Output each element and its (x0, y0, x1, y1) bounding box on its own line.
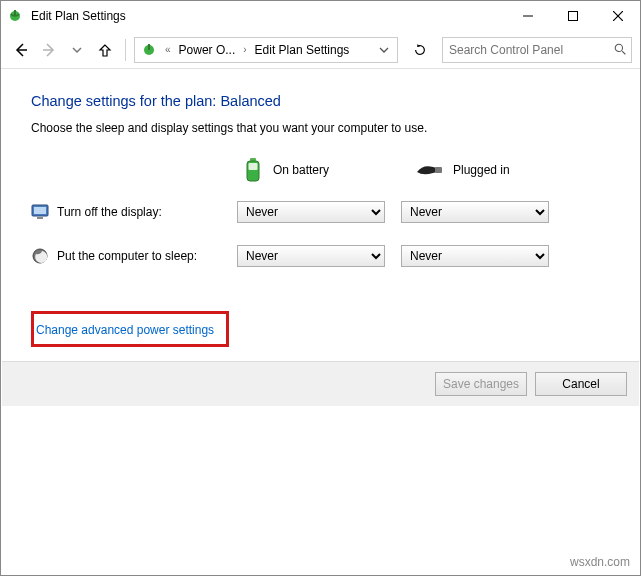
save-button[interactable]: Save changes (435, 372, 527, 396)
advanced-link-highlight: Change advanced power settings (31, 311, 229, 347)
search-icon[interactable] (614, 43, 627, 56)
content-area: Change settings for the plan: Balanced C… (1, 69, 640, 390)
sleep-row: Put the computer to sleep: Never Never (31, 245, 626, 267)
plugged-in-label: Plugged in (453, 163, 510, 177)
address-icon (141, 42, 157, 58)
svg-point-10 (615, 44, 622, 51)
svg-rect-18 (37, 217, 43, 219)
window-controls (505, 1, 640, 31)
refresh-button[interactable] (408, 38, 432, 62)
chevron-right-icon[interactable]: › (239, 44, 250, 55)
up-button[interactable] (93, 38, 117, 62)
display-row: Turn off the display: Never Never (31, 201, 626, 223)
cancel-button[interactable]: Cancel (535, 372, 627, 396)
sleep-label: Put the computer to sleep: (57, 249, 237, 263)
separator (125, 39, 126, 61)
minimize-button[interactable] (505, 1, 550, 31)
back-button[interactable] (9, 38, 33, 62)
sleep-plugged-select[interactable]: Never (401, 245, 549, 267)
svg-rect-17 (34, 207, 46, 214)
chevron-left-icon[interactable]: « (161, 44, 175, 55)
plug-icon (415, 162, 443, 178)
display-icon (31, 203, 49, 221)
svg-rect-1 (14, 10, 16, 16)
search-box[interactable] (442, 37, 632, 63)
svg-rect-14 (249, 163, 258, 170)
maximize-button[interactable] (550, 1, 595, 31)
display-label: Turn off the display: (57, 205, 237, 219)
recent-locations-button[interactable] (65, 38, 89, 62)
svg-rect-15 (435, 167, 442, 173)
title-bar: Edit Plan Settings (1, 1, 640, 31)
breadcrumb-edit-plan[interactable]: Edit Plan Settings (251, 43, 354, 57)
breadcrumb-power-options[interactable]: Power O... (175, 43, 240, 57)
navigation-bar: « Power O... › Edit Plan Settings (1, 31, 640, 69)
address-dropdown-button[interactable] (373, 38, 395, 62)
close-button[interactable] (595, 1, 640, 31)
display-plugged-select[interactable]: Never (401, 201, 549, 223)
battery-icon (243, 157, 263, 183)
on-battery-label: On battery (273, 163, 329, 177)
display-battery-select[interactable]: Never (237, 201, 385, 223)
forward-button[interactable] (37, 38, 61, 62)
search-input[interactable] (447, 42, 610, 58)
sleep-icon (31, 247, 49, 265)
svg-rect-9 (148, 44, 150, 50)
column-headers: On battery Plugged in (31, 157, 626, 183)
address-bar[interactable]: « Power O... › Edit Plan Settings (134, 37, 398, 63)
change-advanced-link[interactable]: Change advanced power settings (36, 323, 214, 337)
svg-line-11 (622, 51, 625, 54)
watermark: wsxdn.com (570, 555, 630, 569)
svg-rect-3 (568, 12, 577, 21)
page-subtext: Choose the sleep and display settings th… (31, 121, 626, 135)
footer-bar: Save changes Cancel (2, 361, 639, 406)
sleep-battery-select[interactable]: Never (237, 245, 385, 267)
window-title: Edit Plan Settings (31, 9, 505, 23)
window-icon (7, 8, 23, 24)
page-heading: Change settings for the plan: Balanced (31, 93, 626, 109)
